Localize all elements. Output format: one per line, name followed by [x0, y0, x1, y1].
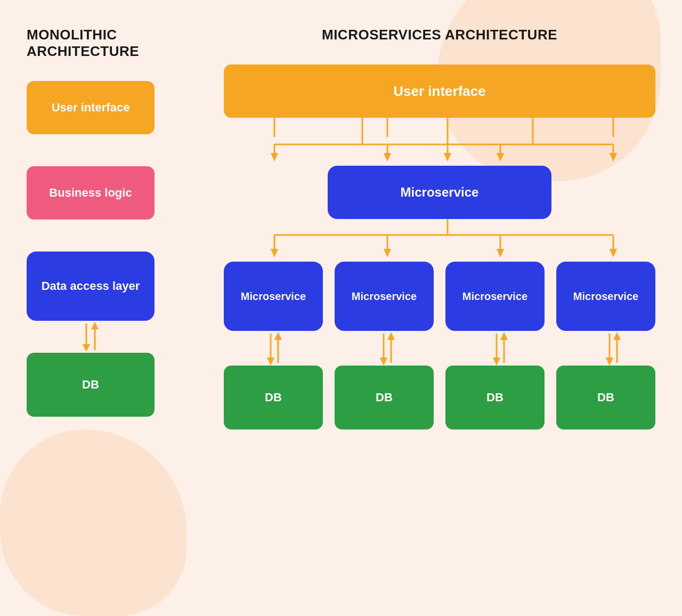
- micro-db-label-4: DB: [597, 391, 614, 404]
- micro-bottom-label-4: Microservice: [573, 290, 638, 303]
- svg-marker-46: [613, 332, 621, 340]
- micro-db-box-2: DB: [335, 366, 434, 429]
- svg-marker-38: [387, 332, 395, 340]
- micro-bottom-label-1: Microservice: [241, 290, 306, 303]
- svg-marker-26: [384, 249, 391, 257]
- micro-db-row: DB DB DB DB: [224, 366, 655, 429]
- mono-dal-label: Data access layer: [42, 279, 140, 293]
- mono-business-logic-box: Business logic: [27, 166, 155, 220]
- svg-marker-30: [610, 249, 617, 257]
- mono-dal-db-arrow: [27, 321, 155, 353]
- micro-user-interface-box: User interface: [224, 64, 655, 118]
- micro-center-microservice-box: Microservice: [328, 166, 551, 219]
- mono-ui-label: User interface: [52, 101, 130, 115]
- mono-bl-label: Business logic: [49, 186, 132, 200]
- micro-bottom-box-2: Microservice: [335, 262, 434, 331]
- micro-center-row: Microservice: [224, 166, 655, 219]
- monolithic-section: MONOLITHIC ARCHITECTURE User interface B…: [27, 27, 192, 589]
- mono-user-interface-box: User interface: [27, 81, 155, 134]
- micro-ui-label: User interface: [393, 83, 485, 100]
- mono-db-box: DB: [27, 353, 155, 417]
- svg-marker-1: [83, 344, 90, 352]
- micro-bottom-box-1: Microservice: [224, 262, 323, 331]
- svg-marker-34: [274, 332, 282, 340]
- micro-db-box-3: DB: [445, 366, 545, 429]
- micro-bottom-box-3: Microservice: [445, 262, 545, 331]
- mono-db-label: DB: [82, 378, 99, 392]
- micro-center-label: Microservice: [401, 185, 479, 200]
- svg-marker-36: [380, 358, 387, 366]
- svg-marker-24: [271, 249, 278, 257]
- micro-db-label-1: DB: [265, 391, 282, 404]
- monolithic-title: MONOLITHIC ARCHITECTURE: [27, 27, 139, 60]
- micro-bottom-label-2: Microservice: [352, 290, 417, 303]
- svg-marker-28: [497, 249, 504, 257]
- svg-marker-40: [493, 358, 500, 366]
- mono-dal-box: Data access layer: [27, 252, 155, 321]
- micro-db-box-1: DB: [224, 366, 323, 429]
- svg-marker-3: [91, 322, 99, 329]
- svg-marker-44: [606, 358, 613, 366]
- micro-bottom-label-3: Microservice: [462, 290, 527, 303]
- svg-marker-32: [267, 358, 274, 366]
- micro-db-label-3: DB: [486, 391, 504, 404]
- microservices-title: MICROSERVICES ARCHITECTURE: [224, 27, 655, 43]
- micro-db-label-2: DB: [376, 391, 393, 404]
- svg-marker-42: [500, 332, 508, 340]
- micro-db-box-4: DB: [556, 366, 655, 429]
- microservices-section: MICROSERVICES ARCHITECTURE User interfac…: [192, 27, 655, 589]
- micro-bottom-box-4: Microservice: [556, 262, 655, 331]
- micro-bottom-microservices-row: Microservice Microservice Microservice M…: [224, 262, 655, 331]
